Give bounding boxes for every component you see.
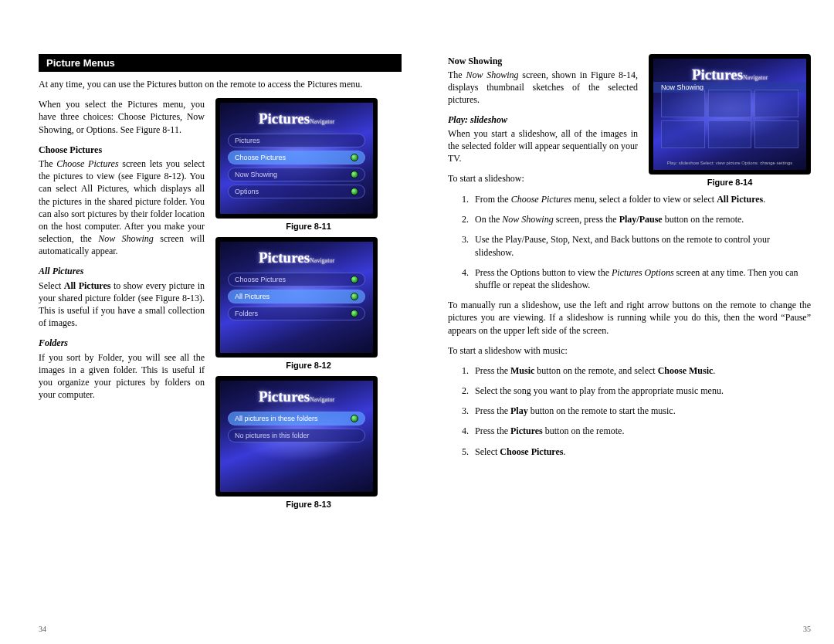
figure-8-11: PicturesNavigator Pictures Choose Pictur… (215, 98, 378, 219)
figure-caption: Figure 8-14 (649, 178, 811, 187)
menu-item: Now Showing (228, 168, 365, 181)
menu-item: No pictures in this folder (228, 429, 365, 442)
menu-item: Options (228, 185, 365, 198)
fig-footer: Play: slideshow Select: view picture Opt… (653, 161, 806, 165)
list-item: From the Choose Pictures menu, select a … (471, 193, 811, 205)
list-item: Press the Options button to view the Pic… (471, 266, 811, 291)
menu-intro: When you select the Pictures menu, you h… (39, 98, 205, 136)
fig-brand: PicturesNavigator (220, 388, 373, 405)
figures-column: PicturesNavigator Pictures Choose Pictur… (215, 98, 402, 515)
fig-menu: Choose Pictures All Pictures Folders (228, 273, 365, 324)
page-right: PicturesNavigator Now Showing Play: slid… (448, 54, 811, 625)
play-icon (351, 154, 358, 161)
music-intro: To start a slideshow with music: (448, 344, 811, 357)
folders-paragraph: If you sort by Folder, you will see all … (39, 351, 205, 402)
fig-brand: PicturesNavigator (653, 66, 806, 83)
manual-slideshow-paragraph: To manually run a slideshow, use the lef… (448, 299, 811, 337)
page-left: Picture Menus At any time, you can use t… (39, 54, 402, 625)
play-icon (351, 293, 358, 300)
play-icon (351, 310, 358, 317)
list-item: Use the Play/Pause, Stop, Next, and Back… (471, 233, 811, 258)
all-pictures-heading: All Pictures (39, 265, 205, 277)
fig-brand: PicturesNavigator (220, 249, 373, 266)
thumbnail-grid (661, 90, 798, 148)
play-icon (351, 188, 358, 195)
menu-item: Choose Pictures (228, 273, 365, 286)
all-pictures-paragraph: Select All Pictures to show every pictur… (39, 280, 205, 330)
choose-pictures-heading: Choose Pictures (39, 144, 205, 156)
figure-caption: Figure 8-13 (215, 500, 402, 509)
list-item: Press the Music button on the remote, an… (471, 364, 811, 377)
figure-caption: Figure 8-11 (215, 222, 402, 231)
list-item: Press the Play button on the remote to s… (471, 405, 811, 417)
play-icon (351, 415, 358, 422)
menu-item: Pictures (228, 134, 365, 147)
choose-pictures-paragraph: The Choose Pictures screen lets you sele… (39, 158, 205, 258)
list-item: On the Now Showing screen, press the Pla… (471, 213, 811, 225)
page-number: 35 (803, 625, 811, 633)
menu-item: Choose Pictures (228, 151, 365, 164)
fig-menu: All pictures in these folders No picture… (228, 412, 365, 446)
figure-8-14: PicturesNavigator Now Showing Play: slid… (649, 54, 811, 175)
intro-paragraph: At any time, you can use the Pictures bu… (39, 78, 402, 90)
list-item: Press the Pictures button on the remote. (471, 425, 811, 437)
menu-item: All pictures in these folders (228, 412, 365, 425)
list-item: Select Choose Pictures. (471, 446, 811, 458)
left-text-column: When you select the Pictures menu, you h… (39, 98, 205, 515)
play-icon (351, 276, 358, 283)
menu-item: All Pictures (228, 290, 365, 303)
figure-8-14-wrap: PicturesNavigator Now Showing Play: slid… (649, 54, 811, 193)
menu-item: Folders (228, 307, 365, 320)
figure-8-12: PicturesNavigator Choose Pictures All Pi… (215, 237, 378, 358)
folders-heading: Folders (39, 337, 205, 349)
figure-8-13: PicturesNavigator All pictures in these … (215, 376, 378, 497)
fig-menu: Pictures Choose Pictures Now Showing Opt… (228, 134, 365, 202)
music-steps: Press the Music button on the remote, an… (448, 364, 811, 458)
section-heading: Picture Menus (39, 54, 402, 72)
figure-caption: Figure 8-12 (215, 361, 402, 370)
play-icon (351, 171, 358, 178)
slideshow-steps: From the Choose Pictures menu, select a … (448, 193, 811, 291)
fig-brand: PicturesNavigator (220, 110, 373, 127)
page-number: 34 (39, 625, 46, 633)
two-column-block: When you select the Pictures menu, you h… (39, 98, 402, 515)
list-item: Select the song you want to play from th… (471, 385, 811, 397)
